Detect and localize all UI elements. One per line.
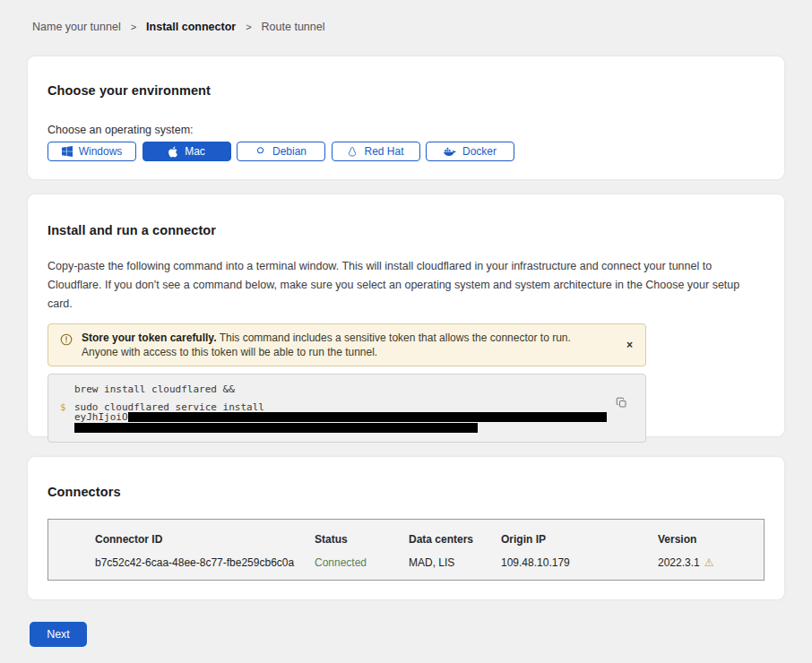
alert-circle-icon: [60, 333, 73, 349]
os-select-label: Choose an operating system:: [48, 124, 764, 136]
code-text: brew install cloudflared &&: [74, 384, 235, 395]
breadcrumb-separator: >: [131, 22, 136, 32]
status-badge: Connected: [315, 556, 409, 569]
copy-icon[interactable]: [616, 397, 627, 411]
install-connector-card: Install and run a connector Copy-paste t…: [28, 194, 784, 436]
os-button-label: Red Hat: [364, 145, 403, 158]
header-status: Status: [315, 533, 409, 546]
code-line: [60, 423, 609, 433]
version-warning-icon: [704, 556, 714, 569]
os-button-label: Windows: [79, 145, 123, 158]
os-button-docker[interactable]: Docker: [426, 142, 514, 161]
os-button-mac[interactable]: Mac: [143, 142, 231, 161]
table-header-row: Connector ID Status Data centers Origin …: [95, 533, 764, 546]
os-button-label: Docker: [462, 145, 497, 158]
redacted-token-bar: [128, 412, 607, 422]
connectors-table: Connector ID Status Data centers Origin …: [48, 519, 764, 581]
os-button-label: Debian: [272, 145, 307, 158]
docker-icon: [444, 147, 456, 157]
shell-prompt: $: [60, 402, 74, 413]
next-button[interactable]: Next: [30, 622, 87, 647]
cell-connector-id: b7c52c42-6caa-48ee-8c77-fbe259cb6c0a: [95, 556, 315, 569]
code-line: $sudo cloudflared service install: [60, 402, 609, 413]
code-line: brew install cloudflared &&: [60, 384, 609, 395]
os-button-debian[interactable]: Debian: [237, 142, 325, 161]
close-icon[interactable]: ×: [625, 339, 635, 351]
install-card-title: Install and run a connector: [48, 223, 764, 237]
redacted-token-bar: [74, 423, 478, 433]
cell-version: 2022.3.1: [658, 556, 764, 569]
breadcrumb: Name your tunnel > Install connector > R…: [0, 0, 812, 33]
choose-environment-card: Choose your environment Choose an operat…: [28, 56, 784, 179]
breadcrumb-separator: >: [246, 22, 251, 32]
cell-data-centers: MAD, LIS: [409, 556, 501, 569]
code-line: eyJhIjoiO: [60, 412, 609, 423]
os-button-redhat[interactable]: Red Hat: [332, 142, 420, 161]
token-prefix: eyJhIjoiO: [74, 412, 128, 423]
os-button-label: Mac: [185, 145, 205, 158]
environment-card-title: Choose your environment: [48, 83, 764, 98]
header-version: Version: [658, 533, 764, 546]
breadcrumb-route-tunnel[interactable]: Route tunnel: [262, 21, 325, 33]
header-connector-id: Connector ID: [95, 533, 315, 546]
apple-icon: [168, 146, 178, 158]
windows-icon: [62, 146, 73, 157]
install-command-codeblock: brew install cloudflared && $sudo cloudf…: [48, 374, 646, 443]
os-button-group: Windows Mac Debian Red Hat: [48, 142, 764, 161]
os-button-windows[interactable]: Windows: [48, 142, 136, 161]
cell-origin-ip: 109.48.10.179: [501, 556, 658, 569]
breadcrumb-install-connector[interactable]: Install connector: [146, 21, 236, 33]
header-data-centers: Data centers: [409, 533, 501, 546]
table-row: b7c52c42-6caa-48ee-8c77-fbe259cb6c0a Con…: [95, 556, 764, 569]
connectors-card-title: Connectors: [48, 485, 764, 499]
connectors-card: Connectors Connector ID Status Data cent…: [28, 457, 784, 599]
debian-icon: [255, 146, 266, 157]
redhat-icon: [347, 146, 358, 158]
install-description: Copy-paste the following command into a …: [48, 257, 761, 314]
token-warning-text: Store your token carefully. This command…: [82, 331, 598, 359]
token-warning-banner: Store your token carefully. This command…: [48, 323, 646, 366]
version-value: 2022.3.1: [658, 556, 700, 569]
header-origin-ip: Origin IP: [501, 533, 658, 546]
page: Name your tunnel > Install connector > R…: [0, 0, 812, 663]
breadcrumb-name-your-tunnel[interactable]: Name your tunnel: [32, 21, 121, 33]
token-warning-bold: Store your token carefully.: [82, 332, 217, 344]
